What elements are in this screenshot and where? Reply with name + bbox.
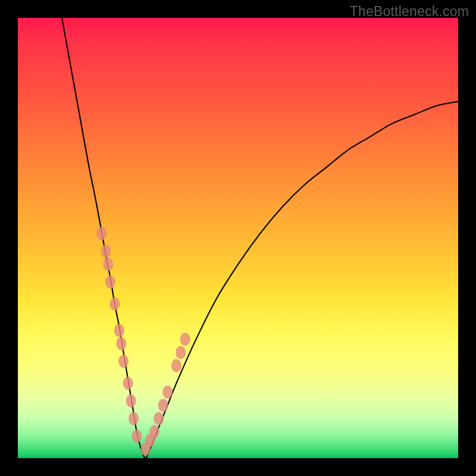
data-marker [103,258,113,271]
data-marker [114,324,124,337]
data-marker [123,377,133,390]
data-marker [180,333,190,346]
data-marker [101,245,111,258]
data-marker [131,430,142,443]
chart-frame: TheBottleneck.com [0,0,476,476]
data-marker [116,337,126,350]
data-marker [129,412,139,425]
data-marker [105,275,115,289]
data-marker [149,425,159,439]
data-marker [118,355,129,368]
data-marker [154,412,164,425]
data-marker [109,298,120,311]
data-marker [126,394,136,408]
data-marker [162,386,173,399]
bottleneck-curve [62,18,458,458]
data-marker [158,399,168,412]
chart-svg [18,18,458,458]
marker-cluster-left [96,227,142,443]
marker-cluster-right [140,333,190,456]
watermark-text: TheBottleneck.com [350,4,469,20]
data-marker [176,346,186,359]
plot-area [18,18,458,458]
data-marker [96,227,107,240]
data-marker [171,359,181,372]
